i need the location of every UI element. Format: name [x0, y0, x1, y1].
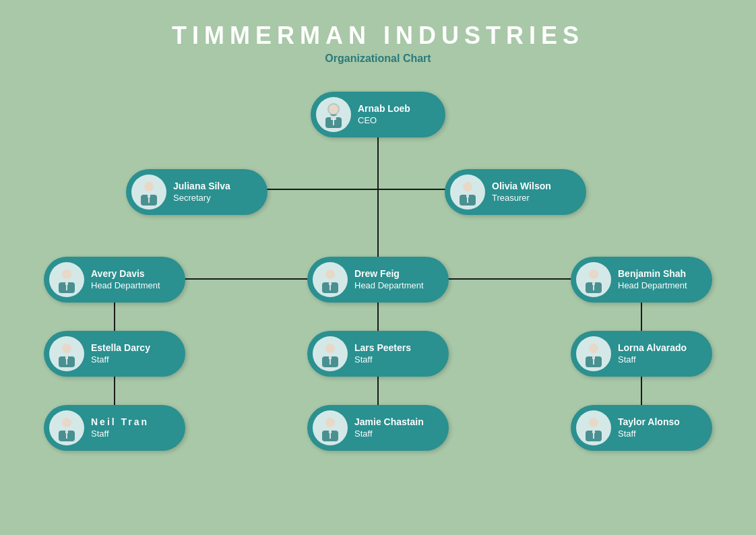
svg-point-52 — [62, 418, 71, 427]
svg-point-36 — [589, 270, 598, 279]
node-avery: Avery Davis Head Department — [44, 257, 185, 303]
svg-rect-47 — [329, 356, 332, 359]
svg-point-40 — [62, 344, 71, 353]
chart-subtitle: Organizational Chart — [0, 53, 756, 65]
svg-point-20 — [144, 182, 154, 191]
svg-rect-27 — [466, 195, 469, 197]
svg-rect-63 — [592, 431, 595, 433]
avatar-avery — [49, 262, 84, 297]
svg-point-44 — [325, 344, 335, 353]
node-ceo-text: Arnab Loeb CEO — [358, 102, 410, 126]
node-estella-text: Estella Darcy Staff — [91, 342, 150, 365]
svg-point-60 — [589, 418, 598, 427]
node-secretary-text: Juliana Silva Secretary — [173, 180, 230, 203]
svg-rect-51 — [592, 356, 595, 359]
company-name: TIMMERMAN INDUSTRIES — [0, 22, 756, 50]
node-neil: Neil Tran Staff — [44, 405, 185, 451]
svg-point-56 — [325, 418, 335, 427]
svg-rect-55 — [65, 431, 68, 433]
node-lorna-text: Lorna Alvarado Staff — [618, 342, 687, 365]
node-lars: Lars Peeters Staff — [307, 331, 449, 377]
node-treasurer: Olivia Wilson Treasurer — [445, 169, 586, 215]
node-jamie: Jamie Chastain Staff — [307, 405, 449, 451]
avatar-lorna — [576, 336, 611, 371]
node-drew-text: Drew Feig Head Department — [354, 268, 424, 291]
avatar-secretary — [131, 175, 166, 210]
avatar-estella — [49, 336, 84, 371]
avatar-taylor — [576, 410, 611, 445]
svg-point-28 — [62, 270, 71, 279]
avatar-treasurer — [450, 175, 485, 210]
org-chart: Arnab Loeb CEO Juliana Silva Secretary — [0, 71, 756, 530]
avatar-drew — [313, 262, 348, 297]
avatar-ceo — [316, 97, 351, 132]
svg-rect-39 — [592, 282, 595, 285]
svg-point-48 — [589, 344, 598, 353]
avatar-lars — [313, 336, 348, 371]
page-title: TIMMERMAN INDUSTRIES Organizational Char… — [0, 0, 756, 65]
svg-point-24 — [463, 182, 472, 191]
node-drew: Drew Feig Head Department — [307, 257, 449, 303]
node-lorna: Lorna Alvarado Staff — [571, 331, 712, 377]
svg-rect-43 — [65, 356, 68, 359]
node-estella: Estella Darcy Staff — [44, 331, 185, 377]
svg-point-32 — [325, 270, 335, 279]
svg-point-19 — [329, 104, 338, 114]
node-jamie-text: Jamie Chastain Staff — [354, 416, 424, 439]
svg-rect-59 — [329, 431, 332, 433]
avatar-benjamin — [576, 262, 611, 297]
node-treasurer-text: Olivia Wilson Treasurer — [492, 180, 551, 203]
avatar-jamie — [313, 410, 348, 445]
svg-rect-35 — [329, 282, 332, 285]
node-lars-text: Lars Peeters Staff — [354, 342, 411, 365]
node-benjamin: Benjamin Shah Head Department — [571, 257, 712, 303]
svg-rect-23 — [148, 195, 150, 197]
node-neil-text: Neil Tran Staff — [91, 416, 149, 439]
node-ceo: Arnab Loeb CEO — [311, 92, 445, 137]
node-avery-text: Avery Davis Head Department — [91, 268, 160, 291]
avatar-neil — [49, 410, 84, 445]
node-taylor: Taylor Alonso Staff — [571, 405, 712, 451]
node-taylor-text: Taylor Alonso Staff — [618, 416, 680, 439]
svg-rect-31 — [65, 282, 68, 285]
node-secretary: Juliana Silva Secretary — [126, 169, 267, 215]
node-benjamin-text: Benjamin Shah Head Department — [618, 268, 687, 291]
